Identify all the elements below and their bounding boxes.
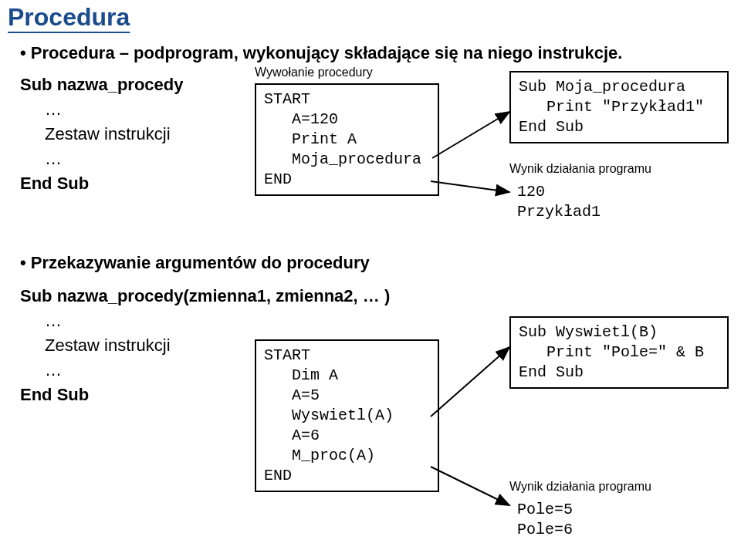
sub-box-1: Sub Moja_procedura Print "Przykład1" End… bbox=[509, 71, 729, 143]
call-label-1: Wywołanie procedury bbox=[255, 66, 373, 79]
call-code-box-1: START A=120 Print A Moja_procedura END bbox=[255, 83, 439, 196]
result-label-1: Wynik działania programu bbox=[509, 162, 651, 176]
decl2-line1: Sub nazwa_procedy(zmienna1, zmienna2, … … bbox=[20, 286, 390, 305]
decl1-body: Zestaw instrukcji bbox=[45, 124, 171, 143]
decl2-dots1: … bbox=[45, 311, 62, 330]
decl1-line1: Sub nazwa_procedy bbox=[20, 75, 184, 94]
arrow-end1-to-result1 bbox=[431, 181, 509, 192]
bullet-2: • Przekazywanie argumentów do procedury bbox=[20, 253, 370, 273]
result-label-2: Wynik działania programu bbox=[509, 480, 651, 494]
call-code-box-2: START Dim A A=5 Wyswietl(A) A=6 M_proc(A… bbox=[255, 339, 439, 492]
decl2-body: Zestaw instrukcji bbox=[45, 336, 171, 355]
decl1-line3: End Sub bbox=[20, 174, 89, 193]
result-box-2: Pole=5 Pole=6 bbox=[509, 495, 625, 545]
arrow-wyswietl-to-sub2 bbox=[431, 347, 509, 417]
decl1-dots1: … bbox=[45, 100, 62, 119]
declaration-block-1: Sub nazwa_procedy … Zestaw instrukcji … … bbox=[20, 73, 184, 195]
page-title: Procedura bbox=[8, 3, 130, 32]
result-box-1: 120 Przykład1 bbox=[509, 177, 625, 227]
arrow-call1-to-sub1 bbox=[432, 112, 509, 158]
subtitle-bullet: • Procedura – podprogram, wykonujący skł… bbox=[20, 43, 622, 63]
decl2-line3: End Sub bbox=[20, 385, 89, 404]
decl2-dots2: … bbox=[45, 360, 62, 380]
sub-box-2: Sub Wyswietl(B) Print "Pole=" & B End Su… bbox=[509, 316, 729, 389]
arrow-mproc-to-result2 bbox=[431, 467, 509, 505]
decl1-dots2: … bbox=[45, 149, 62, 168]
